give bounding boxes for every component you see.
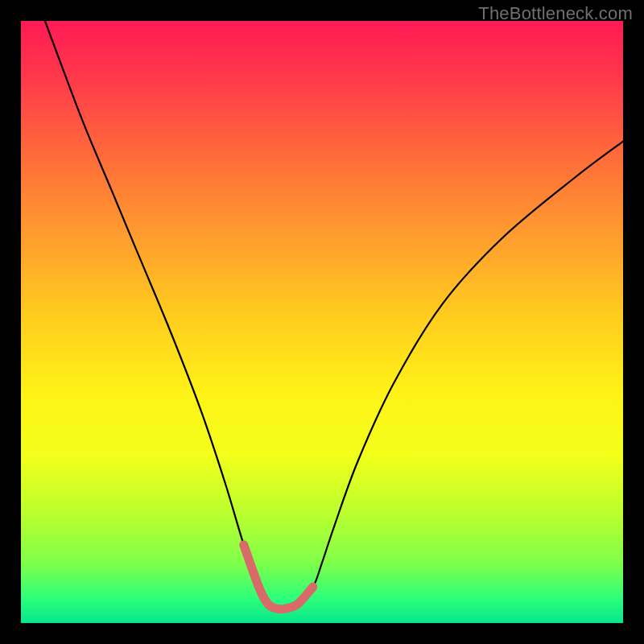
bottleneck-curve — [45, 21, 623, 609]
plot-svg — [21, 21, 623, 623]
watermark-text: TheBottleneck.com — [478, 3, 633, 24]
gradient-plot-area — [21, 21, 623, 623]
optimal-range-highlight — [244, 545, 313, 609]
